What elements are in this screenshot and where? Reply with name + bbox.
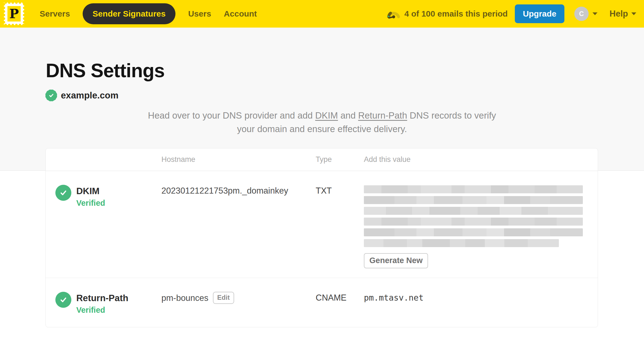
record-status: Verified bbox=[76, 306, 128, 315]
return-path-link[interactable]: Return-Path bbox=[358, 110, 407, 121]
edit-button[interactable]: Edit bbox=[213, 292, 234, 304]
dns-records-card: Hostname Type Add this value DKIM Verifi… bbox=[45, 148, 598, 327]
upgrade-button[interactable]: Upgrade bbox=[515, 4, 564, 23]
help-label: Help bbox=[610, 9, 628, 19]
nav-item-sender-signatures[interactable]: Sender Signatures bbox=[83, 3, 175, 24]
table-row-dkim: DKIM Verified 20230121221753pm._domainke… bbox=[46, 171, 598, 278]
nav-item-users[interactable]: Users bbox=[188, 9, 211, 18]
help-menu[interactable]: Help bbox=[610, 9, 636, 19]
postmark-logo[interactable]: P bbox=[4, 2, 24, 25]
table-row-return-path: Return-Path Verified pm-bouncesEdit CNAM… bbox=[46, 278, 598, 327]
verified-check-icon bbox=[55, 185, 71, 201]
main-content: DNS Settings example.com Head over to yo… bbox=[0, 28, 644, 136]
record-type: TXT bbox=[316, 171, 364, 278]
page: P Servers Sender Signatures Users Accoun… bbox=[0, 0, 644, 337]
record-value: pm.mtasv.net bbox=[364, 292, 583, 303]
redacted-line bbox=[364, 207, 583, 215]
header-hostname: Hostname bbox=[161, 155, 316, 164]
avatar[interactable]: C bbox=[574, 7, 589, 21]
intro-text: Head over to your DNS provider and add D… bbox=[146, 109, 498, 136]
redacted-line bbox=[364, 218, 583, 226]
usage-text: 4 of 100 emails this period bbox=[404, 9, 508, 18]
generate-new-button[interactable]: Generate New bbox=[364, 253, 428, 268]
record-status: Verified bbox=[76, 199, 105, 208]
domain-row: example.com bbox=[45, 89, 644, 101]
chevron-down-icon bbox=[631, 12, 636, 15]
record-type: CNAME bbox=[316, 278, 364, 327]
usage-meter: 4 of 100 emails this period bbox=[386, 8, 508, 20]
gauge-icon bbox=[386, 8, 401, 20]
redacted-line bbox=[364, 239, 559, 247]
table-header-row: Hostname Type Add this value bbox=[46, 148, 598, 171]
verified-check-icon bbox=[55, 292, 71, 308]
record-hostname: pm-bounces bbox=[161, 293, 209, 303]
header-add-this-value: Add this value bbox=[364, 155, 598, 164]
record-name: Return-Path bbox=[76, 293, 128, 303]
intro-part2: and bbox=[338, 110, 358, 121]
top-navbar: P Servers Sender Signatures Users Accoun… bbox=[0, 0, 644, 28]
nav-item-account[interactable]: Account bbox=[224, 9, 257, 18]
header-type: Type bbox=[316, 155, 364, 164]
redacted-line bbox=[364, 228, 583, 236]
domain-name: example.com bbox=[61, 90, 118, 101]
redacted-line bbox=[364, 185, 583, 193]
account-menu[interactable]: C bbox=[574, 7, 597, 21]
record-name: DKIM bbox=[76, 186, 105, 196]
redacted-line bbox=[364, 196, 583, 204]
verified-seal-icon bbox=[45, 89, 57, 101]
nav-item-servers[interactable]: Servers bbox=[40, 9, 70, 18]
dkim-link[interactable]: DKIM bbox=[315, 110, 338, 121]
intro-part1: Head over to your DNS provider and add bbox=[148, 110, 315, 121]
record-hostname: 20230121221753pm._domainkey bbox=[161, 171, 316, 278]
page-title: DNS Settings bbox=[46, 60, 644, 82]
redacted-value bbox=[364, 185, 583, 247]
chevron-down-icon bbox=[592, 12, 597, 15]
nav-items: Servers Sender Signatures Users Account bbox=[40, 3, 257, 24]
postmark-logo-letter: P bbox=[7, 6, 21, 22]
